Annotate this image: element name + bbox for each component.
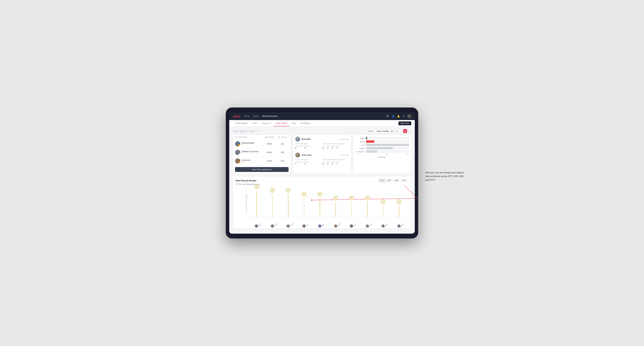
filter-arg[interactable]: ARG	[393, 179, 400, 182]
yval-2: 2	[245, 209, 246, 210]
user-icon[interactable]: 👤	[392, 115, 395, 118]
rounds-stat-row: Tournament 8 Practice 4	[295, 145, 321, 149]
player-avatar	[328, 224, 344, 228]
tab-hcaps[interactable]: Hcaps 1-5	[259, 120, 273, 126]
bar-val-pars: 499	[411, 144, 411, 146]
player-avatar	[296, 224, 312, 228]
player-avatar	[391, 224, 407, 228]
bar-track-birdies: 96	[366, 140, 409, 143]
streaks-subtitle: Off The Tee, Fairway Accuracy	[236, 183, 408, 185]
player-medal-2: ♥	[242, 153, 258, 154]
xaxis-0: 0	[366, 154, 367, 155]
lollipop-badge: 3x	[381, 199, 385, 204]
tab-pga[interactable]: PGA	[250, 120, 259, 126]
list-view-icon[interactable]: ≡	[399, 129, 403, 133]
lollipop-item: 4x	[360, 188, 375, 217]
edit-team-icon[interactable]: ✎	[257, 130, 258, 133]
bar-track-pars: 499	[366, 144, 409, 146]
content-columns: PLAYER NAME PB SCORE PB AVG SQ 1	[233, 135, 411, 174]
notification-icon[interactable]: 🔔	[397, 115, 400, 118]
player-avatar	[360, 224, 376, 228]
total-rounds-label: Total Rounds	[295, 143, 321, 145]
app-stat: APP 0	[327, 145, 330, 149]
player-card-josh: Josh Coles 26 Aug 2023 Total Rounds Tour…	[293, 151, 351, 167]
bar-fill-pars	[366, 144, 409, 146]
tab-pgat-players[interactable]: PGAT Players	[233, 120, 250, 126]
lollipop-line	[367, 202, 368, 217]
tab-team-clippd[interactable]: Team Clippd	[274, 120, 290, 126]
filter-app[interactable]: APP	[386, 179, 392, 182]
chart-footer: Total Shots	[356, 156, 409, 158]
pb-avg-1: 110	[276, 143, 288, 145]
nav-home[interactable]: Home	[244, 115, 250, 117]
pb-avg-3: 103	[276, 160, 288, 162]
player-info-1: 1 Richard Butler ♥	[235, 141, 262, 147]
nav-teams[interactable]: Teams	[253, 115, 259, 117]
table-view-icon[interactable]: ⊟	[408, 129, 411, 133]
app-josh: APP 0	[327, 161, 330, 165]
add-team-button[interactable]: Add Team	[398, 121, 411, 125]
player-name-1: Richard Butler	[242, 142, 254, 144]
bar-label-double: D. Bogeys +	[356, 151, 365, 153]
putt-stat: PUTT 0	[336, 145, 340, 149]
pb-score-3: 17/20	[262, 160, 276, 162]
lollipop-item: 4x	[328, 188, 344, 217]
view-icons: ⊞ ≡ ▤ ⊟	[395, 129, 411, 133]
lollipop-line	[288, 195, 288, 217]
card-date-josh: 26 Aug 2023	[340, 154, 349, 156]
lollipop-badge: 5x	[318, 192, 322, 196]
card-view-icon[interactable]: ▤	[403, 129, 407, 133]
player-medal-1: ♥	[242, 144, 254, 146]
yval-6: 6	[245, 195, 246, 196]
bar-row-double: D. Bogeys + 131	[356, 150, 409, 153]
table-row: 1 Richard Butler ♥ 19/20 110	[233, 140, 291, 148]
bar-fill-birdies	[366, 140, 374, 143]
streaks-header: Best Round Streaks OTT APP ARG PUTT	[236, 179, 408, 182]
lollipop-item: 3x	[391, 188, 407, 217]
subnav-tabs: PGAT Players PGA Hcaps 1-5 Team Clippd T…	[233, 120, 313, 126]
player-card-rees: Rees Britt 02 Sep 2023 Total Rounds Tour…	[293, 135, 351, 151]
filter-putt[interactable]: PUTT	[400, 179, 408, 182]
total-rounds-group: Total Rounds Tournament 8 Practice	[295, 143, 321, 149]
grid-view-icon[interactable]: ⊞	[395, 129, 399, 133]
putt-josh: PUTT 1	[336, 161, 340, 165]
card-avatar-josh	[295, 153, 300, 158]
player-info-3: 3 Cameron... ♥	[235, 158, 262, 164]
leaderboard-panel: PLAYER NAME PB SCORE PB AVG SQ 1	[233, 135, 291, 174]
pb-score-2: 18/20	[262, 151, 276, 154]
navbar-actions: 🔍 👤 🔔 ⚙	[386, 114, 411, 118]
profile-avatar[interactable]	[408, 114, 411, 118]
bar-track-eagles: 3	[366, 137, 409, 140]
subnav: PGAT Players PGA Hcaps 1-5 Team Clippd T…	[229, 120, 415, 127]
search-icon[interactable]: 🔍	[386, 115, 390, 118]
practice-stat-row: OTT 0 APP 0 ARG	[323, 145, 349, 149]
card-stats-rees: Total Rounds Tournament 8 Practice	[295, 143, 349, 149]
lollipop-item: 6x	[280, 188, 296, 217]
team-header: Team Clippd | 14 Players ✎ Show Last 3 m…	[233, 129, 411, 133]
app-logo: clippd	[233, 115, 240, 118]
filter-ott[interactable]: OTT	[379, 179, 385, 182]
bar-val-double: 131	[411, 151, 411, 152]
lollipop-badge: 4x	[349, 196, 354, 200]
bar-label-eagles: Eagles	[356, 137, 365, 139]
bar-label-bogeys: Bogeys	[356, 147, 365, 149]
streaks-title: Best Round Streaks	[236, 179, 256, 182]
lollipop-chart-container: Best Streak, Fairway Accuracy 8 6 4 2 0	[236, 188, 408, 223]
total-rounds-label-josh: Total Rounds	[295, 159, 321, 161]
avatar-3: 3	[235, 158, 240, 164]
player-avatar	[248, 224, 264, 228]
navbar: clippd Home Teams My Performance 🔍 👤 🔔 ⚙	[229, 112, 415, 120]
card-top-josh: Josh Coles 26 Aug 2023	[295, 153, 349, 158]
lollipop-line	[352, 202, 352, 217]
avatar-1: 1	[235, 141, 240, 147]
tab-tour[interactable]: Tour	[290, 120, 298, 126]
tab-all-players[interactable]: All Players	[298, 120, 313, 126]
lollipop-badge: 6x	[270, 188, 275, 193]
player-avatar	[280, 224, 296, 228]
view-leaderboard-button[interactable]: View Full Leaderboard	[235, 167, 288, 172]
nav-my-performance[interactable]: My Performance	[262, 115, 278, 117]
player-medal-3: ♥	[242, 161, 252, 163]
settings-icon[interactable]: ⚙	[402, 115, 405, 118]
period-select[interactable]: Last 3 months	[374, 129, 394, 133]
player-avatar	[344, 224, 360, 228]
